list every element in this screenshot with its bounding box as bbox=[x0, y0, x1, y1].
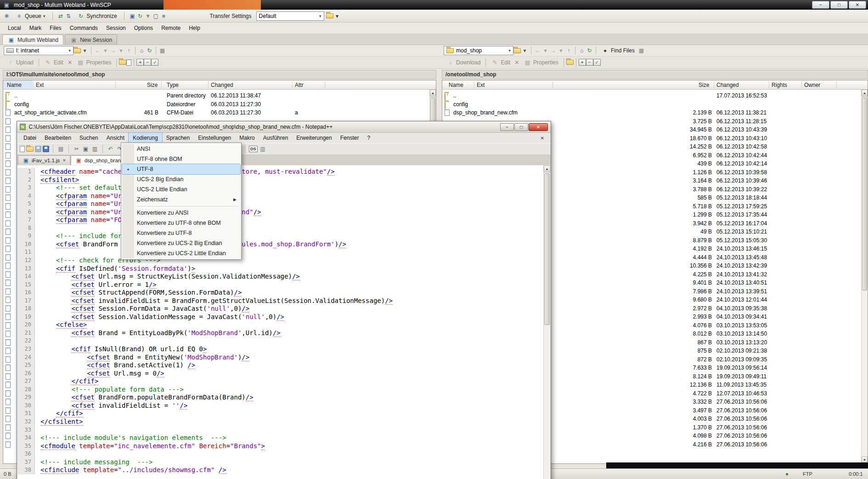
code-line-36[interactable]: 36 bbox=[17, 450, 543, 458]
session-tab-new-session[interactable]: ▣ New Session bbox=[65, 34, 117, 45]
background-transfers-icon[interactable]: ■ bbox=[160, 12, 168, 20]
session-tab-mullum-webland[interactable]: ▣ Mullum Webland bbox=[2, 34, 63, 45]
select-toggle-icon[interactable]: ✓ bbox=[593, 59, 601, 66]
code-line-30[interactable]: 30 <cfset invalidFieldList = ''/> bbox=[17, 402, 543, 410]
scrollbar-thumb[interactable] bbox=[544, 173, 550, 325]
back-icon[interactable]: ← bbox=[534, 47, 541, 54]
npp-title-bar[interactable]: N C:\Users\Jörn Fischer.ONEBYTE\AppData\… bbox=[17, 121, 551, 133]
maximize-button[interactable]: □ bbox=[514, 123, 528, 131]
open-directory-icon[interactable] bbox=[73, 48, 81, 53]
maximize-button[interactable]: □ bbox=[830, 1, 848, 9]
select-remove-icon[interactable]: − bbox=[586, 59, 593, 66]
encoding-menu-item-konvertiere-zu-ucs-2-little-endian[interactable]: Konvertiere zu UCS-2 Little Endian bbox=[122, 248, 240, 258]
select-add-icon[interactable]: + bbox=[579, 59, 586, 66]
select-add-icon[interactable]: + bbox=[136, 59, 144, 66]
cut-icon[interactable]: ✂ bbox=[73, 145, 80, 153]
code-line-9[interactable]: 9 <!--- include form component ---> bbox=[17, 232, 543, 240]
menu-item-suchen[interactable]: Suchen bbox=[75, 133, 102, 143]
transfer-settings-select[interactable]: Default ▾ bbox=[256, 11, 324, 21]
npp-editor[interactable]: 1<cfheader name="cache-control" value="n… bbox=[17, 165, 543, 479]
file-row-dsp-shop-brand-new-cfm[interactable]: dsp_shop_brand_new.cfm2.139 B06.12.2013 … bbox=[442, 108, 868, 117]
close-document-icon[interactable]: ✕ bbox=[541, 136, 544, 141]
menu-item-session[interactable]: Session bbox=[102, 23, 130, 33]
code-line-38[interactable]: 38<cfinclude template="../includes/showm… bbox=[17, 466, 543, 474]
code-line-26[interactable]: 26 <cfset Url.msg = 0/> bbox=[17, 370, 543, 378]
minimize-button[interactable]: − bbox=[500, 123, 514, 131]
code-line-2[interactable]: 2<cfsilent> bbox=[17, 176, 543, 184]
edit-button[interactable]: ✎ Edit bbox=[488, 58, 513, 67]
code-line-13[interactable]: 13 <cfif IsDefined('Session.formdata')> bbox=[17, 265, 543, 273]
refresh-icon[interactable]: ↻ bbox=[146, 47, 153, 54]
forward-history-caret-icon[interactable]: ▾ bbox=[557, 47, 565, 54]
queue-icon[interactable]: ≡ bbox=[15, 12, 23, 20]
refresh-icon[interactable]: ↻ bbox=[586, 47, 593, 54]
code-line-29[interactable]: 29 <cfset BrandForm.populateBrandFormDat… bbox=[17, 393, 543, 402]
menu-item-ansicht[interactable]: Ansicht bbox=[102, 133, 129, 143]
encoding-menu-item-utf-8-ohne-bom[interactable]: UTF-8 ohne BOM bbox=[122, 154, 240, 164]
upload-button[interactable]: ↑ Upload bbox=[4, 58, 36, 67]
encoding-menu-item-ansi[interactable]: ANSI bbox=[122, 144, 240, 154]
open-directory-icon[interactable] bbox=[513, 48, 521, 53]
select-remove-icon[interactable]: − bbox=[144, 59, 151, 66]
close-button[interactable]: ✕ bbox=[849, 1, 866, 9]
save-file-icon[interactable] bbox=[35, 146, 41, 152]
menu-item-help[interactable]: ? bbox=[363, 133, 374, 143]
code-line-4[interactable]: 4 <cfparam name="Url.id" default="0"/> bbox=[17, 192, 543, 200]
code-line-34[interactable]: 34<!--- include module's navigation elem… bbox=[17, 434, 543, 442]
scrollbar-thumb[interactable] bbox=[862, 97, 867, 291]
winscp-title-bar[interactable]: ▣ mod_shop - Mullum Webland - WinSCP − □… bbox=[0, 0, 868, 10]
code-line-24[interactable]: 24 <cfset Brand = EntityNew('ModShopBran… bbox=[17, 354, 543, 362]
root-directory-icon[interactable]: ⌂ bbox=[138, 47, 146, 54]
code-line-1[interactable]: 1<cfheader name="cache-control" value="n… bbox=[17, 168, 543, 176]
synchronize-browsing-icon[interactable]: ⇅ bbox=[65, 12, 73, 20]
code-line-14[interactable]: 14 <cfset Url.msg = StructKeyList(Sessio… bbox=[17, 273, 543, 281]
file-row-parent[interactable]: ..Parent directory06.12.2013 11:38:47 bbox=[3, 91, 436, 100]
code-line-8[interactable]: 8 bbox=[17, 224, 543, 233]
code-line-20[interactable]: 20 <cfelse> bbox=[17, 321, 543, 329]
menu-item-remote[interactable]: Remote bbox=[157, 23, 185, 33]
queue-view-icon[interactable]: ▣ bbox=[129, 12, 136, 20]
tab-ifav-v1-1-js[interactable]: ▣ iFav_v1.1.js ✕ bbox=[18, 155, 70, 165]
remote-path-bar[interactable]: /onetool/mod_shop bbox=[442, 70, 868, 79]
code-line-33[interactable]: 33 bbox=[17, 426, 543, 434]
editor-scrollbar[interactable]: ▲ bbox=[543, 165, 550, 479]
encoding-menu-item-konvertiere-zu-ansi[interactable]: Konvertiere zu ANSI bbox=[122, 208, 240, 218]
local-drive-select[interactable]: I: intranet ▾ bbox=[4, 46, 73, 55]
code-line-32[interactable]: 32</cfsilent> bbox=[17, 418, 543, 426]
code-line-6[interactable]: 6 <cfparam name="Url.validationfield" de… bbox=[17, 208, 543, 217]
copy-icon[interactable]: ▣ bbox=[82, 145, 90, 153]
background-window-fragment[interactable] bbox=[163, 0, 261, 10]
console-icon[interactable]: ▢ bbox=[152, 12, 160, 20]
menu-item-makro[interactable]: Makro bbox=[235, 133, 259, 143]
delete-icon[interactable]: ✕ bbox=[513, 59, 521, 66]
back-icon[interactable]: ← bbox=[94, 47, 101, 54]
back-history-caret-icon[interactable]: ▾ bbox=[541, 47, 549, 54]
encoding-menu-item-ucs-2-little-endian[interactable]: UCS-2 Little Endian bbox=[122, 184, 240, 194]
queue-button[interactable]: ≡ Queue ▾ bbox=[12, 11, 48, 21]
code-line-35[interactable]: 35<cfmodule template="inc_navelemente.cf… bbox=[17, 442, 543, 450]
code-line-19[interactable]: 19 <cfset Session.ValidationMessage = Ja… bbox=[17, 313, 543, 321]
encoding-menu-item-zeichensatz[interactable]: Zeichensatz▶ bbox=[122, 194, 240, 205]
code-line-23[interactable]: 23 <cfif IsNull(Brand) OR url.id EQ 0> bbox=[17, 345, 543, 354]
menu-item-bearbeiten[interactable]: Bearbeiten bbox=[40, 133, 75, 143]
code-line-11[interactable]: 11 bbox=[17, 248, 543, 257]
code-line-5[interactable]: 5 <cfparam name="Url.msg" default="0"/> bbox=[17, 200, 543, 208]
code-line-28[interactable]: 28 <!--- populate form data ---> bbox=[17, 386, 543, 394]
new-directory-icon[interactable] bbox=[119, 60, 126, 65]
properties-button[interactable]: ▤ Properties bbox=[74, 58, 114, 67]
code-line-27[interactable]: 27 </cfif> bbox=[17, 377, 543, 386]
menu-item-ausf-hren[interactable]: Ausführen bbox=[259, 133, 293, 143]
forward-icon[interactable]: → bbox=[549, 47, 557, 54]
download-button[interactable]: ↓ Download bbox=[444, 58, 483, 67]
preset-caret-icon[interactable]: ▾ bbox=[333, 12, 341, 20]
filter-icon[interactable]: ▼ bbox=[144, 12, 152, 20]
refresh-session-icon[interactable]: ↻ bbox=[136, 12, 144, 20]
document-map-icon[interactable]: ▥ bbox=[259, 145, 267, 153]
synchronize-button[interactable]: ↻ Synchronize bbox=[74, 11, 120, 21]
code-line-17[interactable]: 17 <cfset invalidFieldList = BrandForm.g… bbox=[17, 297, 543, 305]
new-directory-icon[interactable] bbox=[566, 60, 574, 65]
print-icon[interactable]: ▤ bbox=[57, 145, 65, 153]
encoding-menu-item-ucs-2-big-endian[interactable]: UCS-2 Big Endian bbox=[122, 174, 240, 184]
menu-item-help[interactable]: Help bbox=[185, 23, 204, 33]
remote-directory-select[interactable]: mod_shop ▾ bbox=[444, 46, 513, 55]
